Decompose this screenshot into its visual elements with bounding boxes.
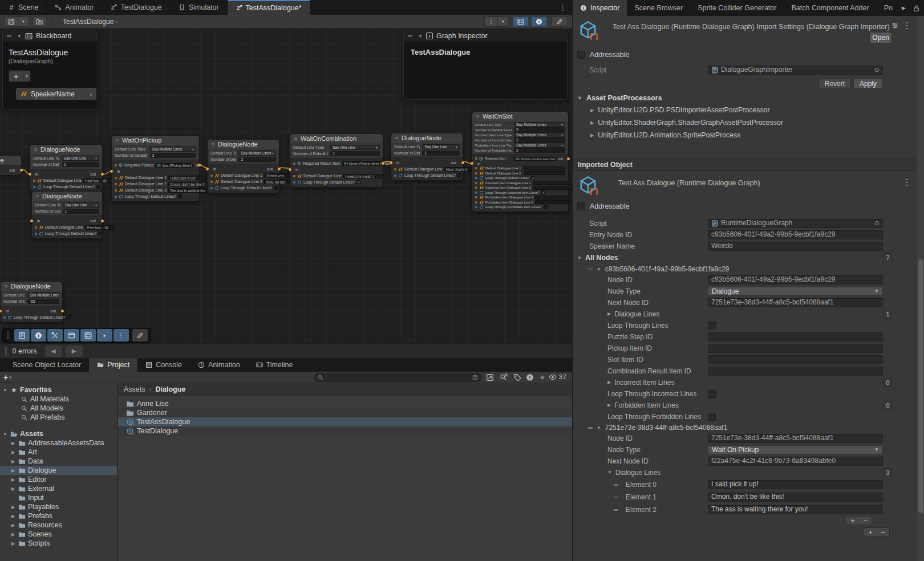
graph-inspector-panel[interactable]: ═ ▼ i Graph Inspector TestAssDialogue [403,30,568,100]
inspector-tab-sprite-collider-generator[interactable]: Sprite Collider Generator [690,0,784,16]
number-field[interactable]: 2 [238,157,276,162]
postprocessor-item[interactable]: ▶UnityEditor.ShaderGraph.ShaderGraphAsse… [573,116,917,129]
addressable-checkbox[interactable] [577,202,585,210]
bottom-tab-animation[interactable]: Animation [190,358,248,372]
pen-tool-button[interactable] [132,329,148,342]
object-field[interactable]: Meat (Pickup Item Data)⊙ [342,161,382,166]
collapse-caret-icon[interactable]: ▼ [17,34,22,39]
doc-tab-simulator[interactable]: Simulator [171,0,228,15]
foldout-caret-icon[interactable]: ▶ [10,441,16,446]
text-field[interactable] [708,355,883,364]
text-field[interactable]: Nice, that's it [444,167,475,172]
toggle-preview-button[interactable] [552,17,568,27]
graph-options-button[interactable]: ⋮ ▾ [484,17,509,27]
graph-node-dialoguenode[interactable]: ≡DialogueNodeDefault Line TypeSay Multip… [0,281,63,323]
field-port[interactable] [475,157,477,160]
node-collapse-icon[interactable]: ≡ [33,147,38,152]
add-property-button[interactable]: + ▾ [9,70,31,82]
number-field[interactable]: -55 [27,299,59,304]
object-field[interactable]: Ass (Pickup Item Data)⊙ [155,163,193,168]
graph-node-dialoguenode[interactable]: ≡DialogueNodeDefault Line TypeSay One Li… [30,144,103,192]
tree-folder-editor[interactable]: ▶Editor [0,475,117,484]
field-port[interactable] [210,187,213,189]
node-title-bar[interactable]: ≡DialogueNode [391,133,463,143]
graph-node-startnode[interactable]: ≡StartNodeSpeakerNameout [0,155,22,176]
number-field[interactable]: 2 [514,127,565,132]
foldout-caret-icon[interactable]: ▼ [597,425,601,430]
enum-dropdown[interactable]: Say One Line▾ [63,202,99,208]
field-port[interactable] [35,226,37,229]
doc-tab-testdialogue[interactable]: TestDialogue [102,0,170,15]
text-field[interactable] [524,166,565,170]
node-title-bar[interactable]: ≡DialogueNode [32,192,102,201]
foldout-caret-icon[interactable]: ▶ [10,532,16,537]
foldout-caret-icon[interactable]: ▶ [10,477,16,482]
text-field[interactable]: The ass is waiting there for y [168,188,206,193]
field-port[interactable] [475,182,477,184]
checkbox[interactable] [708,322,716,330]
text-field[interactable]: Psst boy... W [83,178,114,183]
graph-node-waitonslot[interactable]: ≡WaitOnSlotDefault Line TypeSay Multiple… [472,111,569,212]
script-object-field[interactable]: RuntimeDialogueGraph⊙ [708,219,883,228]
enum-dropdown[interactable]: Say Multiple Lines▾ [238,151,276,156]
blackboard-tool-button[interactable] [80,329,96,342]
picksearch-icon[interactable] [486,373,494,381]
text-field[interactable] [708,332,883,342]
output-port[interactable] [567,157,570,160]
drag-handle-icon[interactable]: ═ [614,494,618,501]
create-asset-button[interactable]: +▾ [3,373,11,382]
foldout-caret-icon[interactable]: ▼ [2,388,8,393]
field-port[interactable] [475,172,477,174]
output-port[interactable] [101,173,104,176]
input-port[interactable] [110,170,113,173]
addressable-checkbox[interactable] [577,51,585,59]
field-port[interactable] [394,168,396,170]
node-collapse-icon[interactable]: ≡ [3,284,9,289]
foldout-caret-icon[interactable]: ▶ [10,541,16,546]
input-port[interactable] [289,168,291,171]
input-port[interactable] [0,310,2,312]
number-field[interactable]: 1 [62,162,99,167]
input-port[interactable] [471,162,473,165]
text-field[interactable] [708,367,883,376]
lock-icon[interactable] [913,5,920,12]
enum-dropdown[interactable]: Say Multiple Lines▾ [514,143,565,148]
text-field[interactable]: Cmon, don't be like this! [708,493,883,502]
doc-tab-scene[interactable]: #Scene [0,0,47,15]
scrollbar-thumb[interactable] [918,259,923,513]
postprocessor-item[interactable]: ▶UnityEditor.U2D.Animation.SpritePostPro… [573,129,917,141]
node-collapse-icon[interactable]: ≡ [394,136,399,141]
drag-handle-icon[interactable]: ║ [6,331,11,339]
tree-folder-prefabs[interactable]: ▶Prefabs [0,511,117,521]
text-field[interactable] [535,196,572,200]
bottom-tab-timeline[interactable]: Timeline [248,358,301,372]
text-field[interactable]: Cmon, don't be like this! [168,182,206,186]
input-port[interactable] [390,161,392,164]
text-field[interactable]: I said pick it up! [708,480,883,489]
checkbox[interactable] [67,315,71,319]
breadcrumb-current[interactable]: Dialogue [156,385,186,393]
text-field[interactable] [533,181,572,185]
text-field[interactable]: 7251e73e-38d3-44ff-a8c5-bcf54088aaf1 [708,434,883,443]
file-item-gardener[interactable]: Gardener [118,408,572,417]
foldout-dialogue-lines[interactable]: ▶Dialogue Lines [607,310,708,318]
graph-canvas[interactable]: ≡StartNodeSpeakerNameout≡DialogueNodeDef… [0,29,572,343]
node-section-header[interactable]: ═▼c93b5606-401f-49a2-99b5-9ecbf1fa9c29 [573,264,917,274]
sliders-icon[interactable] [891,22,898,29]
save-as-button[interactable] [33,17,46,27]
window-kebab[interactable]: ⋮ [559,3,566,12]
graph-node-waitonpickup[interactable]: ≡WaitOnPickupDefault Line TypeSay Multip… [111,135,200,202]
toggle-blackboard-button[interactable] [513,17,529,27]
graph-node-waitoncombination[interactable]: ≡WaitOnCombinationDefault Line TypeSay O… [290,133,383,188]
drag-handle-icon[interactable]: ═ [7,32,14,39]
blackboard-panel[interactable]: ═ ▼ Blackboard TestAssDialogue (Dialogue… [2,30,98,109]
assets-root[interactable]: ▼Assets [0,429,117,438]
output-port[interactable] [278,168,281,170]
tree-folder-addressableassetsdata[interactable]: ▶AddressableAssetsData [0,438,117,448]
enum-dropdown[interactable]: Say One Line▾ [422,144,460,149]
kebab-icon[interactable]: ⋮ [903,22,910,29]
field-port[interactable] [210,174,213,177]
favorite-item-all-materials[interactable]: All Materials [0,395,117,404]
node-collapse-icon[interactable]: ≡ [210,142,216,147]
collapse-caret-icon[interactable]: ▼ [418,34,423,39]
